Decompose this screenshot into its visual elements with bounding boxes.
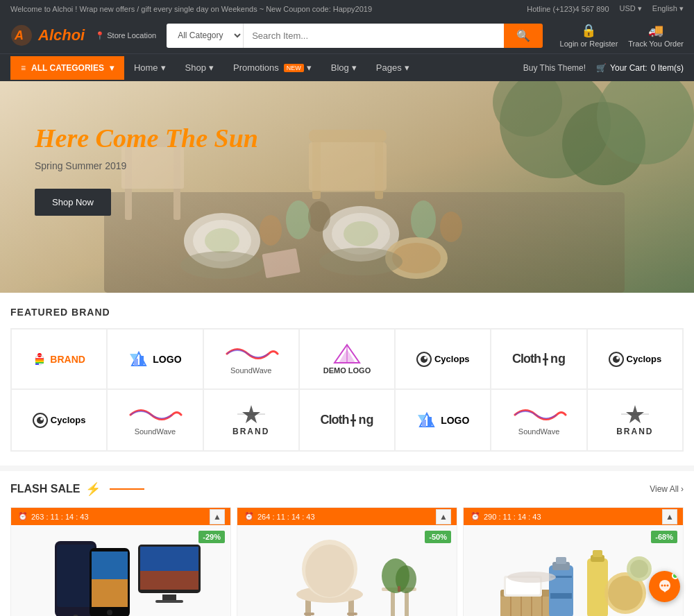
cyclops-icon (416, 352, 432, 367)
shop-now-button[interactable]: Shop Now (35, 189, 111, 216)
svg-point-46 (421, 356, 428, 363)
track-order[interactable]: 🚚 Track You Order (628, 23, 684, 48)
brand-cyclops-3[interactable]: Cyclops (11, 389, 107, 451)
product-img-1[interactable]: -29% (11, 525, 230, 616)
svg-rect-34 (35, 359, 44, 361)
svg-rect-104 (549, 565, 573, 617)
nav-pages[interactable]: Pages ▾ (366, 54, 419, 81)
chevron-right-icon: › (681, 484, 684, 494)
nav-promotions[interactable]: Promotions NEW ▾ (223, 54, 321, 81)
search-button[interactable]: 🔍 (504, 24, 543, 48)
cyclops3-icon (33, 413, 48, 428)
product-card-2: ⏰ 264 : 11 : 14 : 43 ▲ -50% (237, 507, 457, 616)
brands-section: FEATURED BRAND BRAND (0, 293, 694, 465)
brands-title: FEATURED BRAND (10, 307, 684, 318)
logo-text: Alchoi (38, 26, 85, 44)
chevron-down-icon: ▾ (110, 63, 114, 73)
brand-cyclops-2[interactable]: Cyclops (587, 329, 683, 389)
svg-point-116 (507, 572, 556, 583)
brand-soundwave[interactable]: SoundWave (203, 329, 299, 389)
logo[interactable]: A Alchoi (10, 24, 85, 46)
svg-rect-40 (139, 356, 144, 366)
brand-clothing-1[interactable]: Cloth ng (491, 329, 586, 389)
nav-home[interactable]: Home ▾ (124, 54, 176, 81)
hero-title: Here Come The Sun (35, 123, 659, 153)
nav-shop[interactable]: Shop ▾ (176, 54, 223, 81)
brand-demo-logo[interactable]: DEMO LOGO (299, 329, 395, 389)
svg-rect-62 (428, 417, 432, 427)
currency-selector[interactable]: USD ▾ (620, 4, 642, 13)
navbar: ≡ ALL CATEGORIES ▾ Home ▾ Shop ▾ Promoti… (0, 53, 694, 81)
svg-rect-106 (556, 557, 566, 564)
discount-badge-3: -68% (651, 531, 677, 543)
brand-star[interactable]: BRAND (203, 389, 299, 451)
header-actions: 🔒 Login or Register 🚚 Track You Order (560, 23, 684, 48)
login-register[interactable]: 🔒 Login or Register (560, 23, 618, 48)
svg-point-52 (616, 357, 619, 359)
product-timer-3: ⏰ 290 : 11 : 14 : 43 ▲ (464, 508, 683, 525)
store-location[interactable]: 📍 Store Location (95, 31, 156, 40)
svg-rect-72 (92, 551, 128, 579)
svg-rect-37 (35, 363, 39, 365)
brand-apple[interactable]: BRAND (11, 329, 107, 389)
svg-rect-108 (550, 593, 572, 599)
nav-right: Buy This Theme! 🛒 Your Cart: 0 Item(s) (523, 63, 684, 73)
timer-toggle-2[interactable]: ▲ (436, 509, 451, 524)
flash-icon: ⚡ (85, 481, 101, 497)
product-img-2[interactable]: -50% (237, 525, 457, 616)
beauty-svg (486, 531, 660, 617)
brand-soundwave-3[interactable]: SoundWave (491, 389, 586, 451)
chevron-icon: ▾ (307, 62, 312, 73)
chat-bubble[interactable] (649, 571, 680, 602)
location-pin-icon: 📍 (95, 31, 105, 40)
timer-toggle-3[interactable]: ▲ (662, 509, 677, 524)
svg-point-51 (613, 356, 620, 363)
product-img-3[interactable]: -68% (464, 525, 683, 616)
new-badge: NEW (284, 64, 304, 72)
top-bar: Welcome to Alchoi ! Wrap new offers / gi… (0, 0, 694, 17)
soundwave-icon (223, 343, 279, 364)
nav-blog[interactable]: Blog ▾ (321, 54, 366, 81)
svg-rect-73 (92, 579, 128, 607)
brand-clothing-2[interactable]: Cloth ng (299, 389, 395, 451)
cyclops2-icon (609, 352, 624, 367)
clothing2-t-icon (350, 414, 357, 427)
flash-sale-header: FLASH SALE ⚡ View All › (10, 481, 684, 497)
clock-icon-1: ⏰ (18, 512, 28, 521)
search-bar: All Category 🔍 (167, 24, 542, 48)
view-all-link[interactable]: View All › (650, 484, 684, 494)
timer-toggle-1[interactable]: ▲ (210, 509, 225, 524)
svg-point-115 (630, 560, 648, 578)
brand-logo-blue[interactable]: LOGO (107, 329, 203, 389)
sale-line (110, 488, 144, 490)
nav-links: Home ▾ Shop ▾ Promotions NEW ▾ Blog ▾ Pa… (124, 54, 523, 81)
hotline: Hotline (+123)4 567 890 (527, 5, 609, 13)
soundwave3-icon (511, 404, 567, 425)
svg-rect-88 (347, 613, 357, 615)
search-input[interactable] (244, 24, 503, 48)
clock-icon-3: ⏰ (471, 512, 480, 521)
brand-logo-blue-2[interactable]: LOGO (395, 389, 491, 451)
brand-star-2[interactable]: BRAND (587, 389, 683, 451)
svg-rect-111 (593, 550, 602, 557)
svg-point-121 (663, 584, 666, 586)
discount-badge-1: -29% (198, 531, 225, 543)
grid-icon: ≡ (21, 63, 26, 73)
category-dropdown[interactable]: All Category (167, 24, 244, 48)
brand-cyclops[interactable]: Cyclops (395, 329, 491, 389)
furniture-svg (260, 531, 434, 617)
buy-theme-link[interactable]: Buy This Theme! (523, 63, 586, 73)
truck-icon: 🚚 (648, 23, 663, 38)
brand-soundwave-2[interactable]: SoundWave (107, 389, 203, 451)
online-indicator (672, 572, 679, 579)
svg-point-74 (107, 610, 112, 615)
logo-icon: A (10, 24, 33, 46)
svg-rect-79 (162, 594, 176, 600)
header: A Alchoi 📍 Store Location All Category 🔍… (0, 17, 694, 53)
language-selector[interactable]: English ▾ (652, 4, 684, 13)
all-categories-btn[interactable]: ≡ ALL CATEGORIES ▾ (10, 56, 124, 80)
svg-text:A: A (14, 28, 24, 42)
soundwave2-icon (127, 404, 183, 425)
svg-point-86 (305, 545, 354, 597)
cart-button[interactable]: 🛒 Your Cart: 0 Item(s) (596, 63, 684, 73)
